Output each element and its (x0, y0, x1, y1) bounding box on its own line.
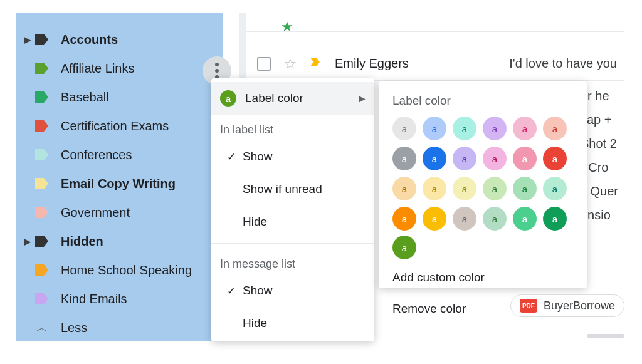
peek-snippet: s Quer (581, 183, 624, 199)
peek-snippet: ur he (581, 88, 624, 104)
color-swatch[interactable]: a (483, 147, 507, 170)
expand-caret-icon: ▶ (23, 237, 32, 246)
sidebar-item-hidden[interactable]: ▶Hidden (21, 227, 218, 256)
sidebar-item-kind-emails[interactable]: Kind Emails (21, 284, 218, 313)
current-color-swatch[interactable]: a (392, 236, 416, 259)
sidebar-item-baseball[interactable]: Baseball (21, 83, 218, 112)
sidebar-item-label: Kind Emails (61, 292, 127, 306)
expand-caret-icon: ▶ (23, 35, 32, 44)
menu-item-hide[interactable]: Hide (211, 205, 374, 238)
sidebar-item-label: Email Copy Writing (61, 177, 176, 191)
color-swatch[interactable]: a (483, 177, 507, 200)
color-swatch[interactable]: a (543, 177, 567, 200)
flyout-title: Label color (392, 94, 573, 108)
attachment-name: BuyerBorrowe (544, 299, 615, 313)
color-swatch[interactable]: a (453, 117, 476, 140)
sidebar-item-home-school-speaking[interactable]: Home School Speaking (21, 256, 218, 284)
color-swatch[interactable]: a (513, 147, 537, 170)
sender-name: Emily Eggers (335, 56, 409, 71)
color-swatch[interactable]: a (513, 207, 537, 231)
chevron-up-icon: ︿ (34, 321, 50, 335)
star-icon[interactable]: ☆ (283, 55, 297, 73)
subject-snippet: I'd love to have you (509, 56, 617, 71)
menu-item-show-if-unread[interactable]: Show if unread (211, 173, 374, 205)
menu-item-show[interactable]: ✓ Show (211, 140, 374, 173)
sidebar-item-label: Hidden (61, 234, 103, 249)
row-border (246, 31, 624, 32)
label-context-menu: a Label color ▶ In label list ✓ Show Sho… (211, 78, 374, 341)
check-icon: ✓ (220, 284, 243, 298)
color-swatch[interactable]: a (543, 117, 567, 140)
sidebar-item-conferences[interactable]: Conferences (21, 140, 218, 169)
color-swatch[interactable]: a (483, 207, 507, 231)
section-in-message-list: In message list (211, 249, 374, 274)
peek-snippet: r Cro (581, 159, 624, 175)
color-swatch[interactable]: a (423, 207, 446, 231)
partial-content (587, 334, 624, 338)
color-swatch[interactable]: a (513, 177, 537, 200)
sidebar-item-email-copy-writing[interactable]: Email Copy Writing (21, 169, 218, 198)
sidebar-item-label: Less (61, 321, 87, 335)
sidebar-item-label: Accounts (61, 33, 118, 47)
color-swatch[interactable]: a (392, 117, 416, 140)
check-icon: ✓ (220, 150, 243, 164)
menu-item-label: Show if unread (243, 182, 366, 196)
select-checkbox[interactable] (257, 57, 271, 71)
label-color-flyout: Label color aaaaaaaaaaaaaaaaaaaaaaaa a A… (379, 81, 587, 288)
sidebar-item-certification-exams[interactable]: Certification Exams (21, 112, 218, 140)
color-swatch[interactable]: a (483, 117, 507, 140)
color-swatch[interactable]: a (543, 147, 567, 170)
sidebar-item-label: Certification Exams (61, 119, 169, 133)
sidebar-item-label: Affiliate Links (61, 61, 134, 76)
color-swatch[interactable]: a (513, 117, 537, 140)
sidebar-item-label: Conferences (61, 148, 132, 162)
sidebar-item-accounts[interactable]: ▶Accounts (21, 25, 218, 54)
color-swatch[interactable]: a (543, 207, 567, 231)
sidebar-item-label: Government (61, 205, 130, 220)
important-arrow-icon[interactable] (310, 56, 322, 71)
color-swatch[interactable]: a (453, 207, 476, 231)
color-swatch[interactable]: a (453, 177, 476, 200)
chevron-right-icon: ▶ (359, 93, 366, 103)
attachment-chip[interactable]: PDF BuyerBorrowe (510, 294, 624, 317)
color-swatch[interactable]: a (453, 147, 476, 170)
sidebar: ▶Accounts Affiliate Links Baseball Certi… (16, 13, 223, 341)
peek-snippet: cap + (581, 112, 624, 128)
menu-divider (211, 243, 374, 244)
menu-item-msg-show[interactable]: ✓ Show (211, 274, 374, 307)
color-swatch[interactable]: a (392, 177, 416, 200)
menu-item-label: Hide (243, 215, 366, 229)
color-swatch[interactable]: a (392, 207, 416, 231)
color-swatch[interactable]: a (392, 147, 416, 170)
color-swatch[interactable]: a (423, 117, 446, 140)
menu-item-label: Label color (245, 91, 359, 105)
color-swatch-grid: aaaaaaaaaaaaaaaaaaaaaaaa (392, 117, 573, 231)
more-vert-icon (215, 63, 219, 79)
add-custom-color[interactable]: Add custom color (392, 262, 573, 293)
menu-item-label: Hide (243, 316, 366, 330)
starred-indicator-icon: ★ (281, 19, 293, 35)
color-swatch[interactable]: a (423, 147, 446, 170)
menu-item-msg-hide[interactable]: Hide (211, 307, 374, 340)
label-badge-icon: a (220, 90, 236, 107)
mail-row[interactable]: ☆ Emily Eggers I'd love to have you (246, 47, 624, 81)
peek-snippet: Shot 2 (581, 135, 624, 152)
sidebar-item-less[interactable]: ︿Less (21, 313, 218, 342)
color-swatch[interactable]: a (423, 177, 446, 200)
menu-item-label-color[interactable]: a Label color ▶ (211, 82, 374, 115)
peek-snippet: ensio (581, 207, 624, 223)
sidebar-item-label: Baseball (61, 90, 109, 105)
sidebar-item-label: Home School Speaking (61, 263, 192, 278)
menu-item-label: Show (243, 150, 366, 164)
sidebar-item-government[interactable]: Government (21, 198, 218, 227)
section-in-label-list: In label list (211, 115, 374, 140)
pdf-icon: PDF (520, 299, 537, 313)
menu-item-label: Show (243, 284, 366, 298)
sidebar-item-affiliate-links[interactable]: Affiliate Links (21, 54, 218, 83)
